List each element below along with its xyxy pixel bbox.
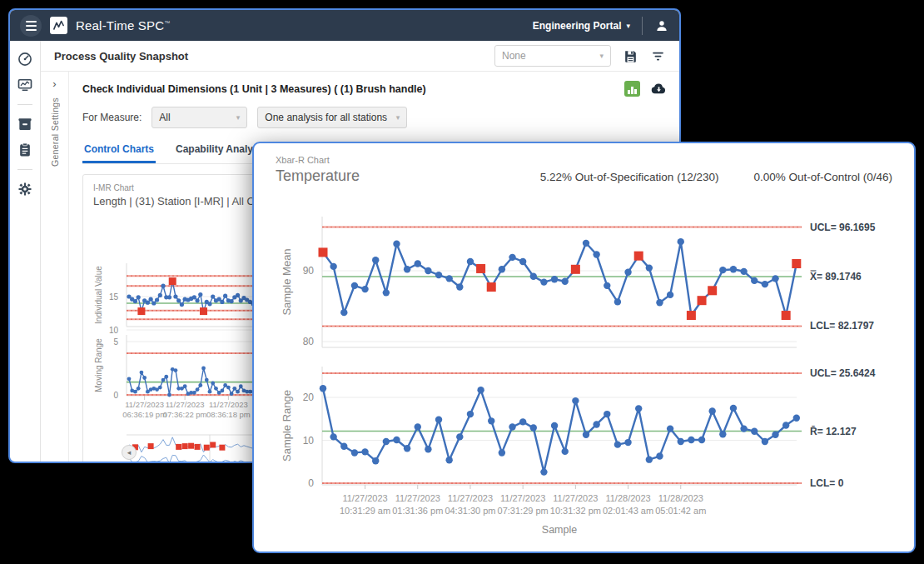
save-icon[interactable] — [623, 48, 638, 64]
sample-point[interactable] — [678, 438, 684, 445]
sample-point[interactable] — [127, 377, 132, 381]
sample-point[interactable] — [207, 302, 211, 306]
sample-point[interactable] — [467, 258, 474, 265]
sample-point[interactable] — [688, 437, 694, 443]
sample-point[interactable] — [236, 390, 240, 394]
sample-point[interactable] — [488, 417, 494, 424]
out-of-spec-point[interactable] — [210, 442, 216, 448]
sample-point[interactable] — [164, 375, 168, 379]
sample-point[interactable] — [593, 421, 599, 427]
sample-point[interactable] — [762, 438, 768, 445]
sample-point[interactable] — [155, 297, 159, 302]
sample-point[interactable] — [214, 387, 218, 391]
out-of-spec-point[interactable] — [137, 307, 145, 315]
out-of-spec-point[interactable] — [188, 443, 194, 449]
filter-icon[interactable] — [650, 48, 666, 64]
sample-point[interactable] — [740, 268, 747, 275]
sample-point[interactable] — [351, 282, 358, 289]
sample-point[interactable] — [445, 275, 452, 282]
cloud-download-icon[interactable] — [650, 80, 668, 97]
sample-point[interactable] — [604, 282, 610, 289]
sample-point[interactable] — [551, 422, 558, 429]
sample-point[interactable] — [133, 390, 137, 394]
sample-point[interactable] — [174, 368, 178, 372]
sample-point[interactable] — [226, 386, 231, 390]
sample-point[interactable] — [198, 383, 202, 387]
sample-point[interactable] — [793, 415, 800, 422]
out-of-spec-point[interactable] — [634, 252, 643, 261]
expand-chevron-icon[interactable]: › — [52, 78, 56, 89]
sample-point[interactable] — [730, 405, 737, 412]
sample-point[interactable] — [751, 427, 758, 434]
out-of-spec-point[interactable] — [319, 247, 328, 257]
sample-point[interactable] — [146, 301, 150, 305]
sample-point[interactable] — [656, 299, 663, 306]
sample-point[interactable] — [519, 258, 526, 265]
sample-point[interactable] — [372, 457, 379, 464]
sample-point[interactable] — [232, 387, 236, 391]
sample-point[interactable] — [614, 298, 621, 305]
sidebar-item-storage[interactable] — [17, 116, 33, 132]
sample-point[interactable] — [211, 294, 215, 298]
sample-point[interactable] — [445, 457, 452, 463]
sample-point[interactable] — [223, 294, 227, 298]
sample-point[interactable] — [161, 378, 166, 382]
sample-point[interactable] — [562, 278, 569, 285]
sample-point[interactable] — [772, 275, 778, 282]
out-of-spec-point[interactable] — [200, 307, 207, 315]
sample-point[interactable] — [667, 425, 673, 432]
sample-point[interactable] — [656, 452, 663, 459]
sample-point[interactable] — [583, 240, 589, 247]
menu-button[interactable] — [20, 15, 42, 37]
sample-point[interactable] — [583, 432, 589, 438]
out-of-spec-point[interactable] — [687, 311, 696, 320]
sidebar-item-reports[interactable] — [17, 142, 33, 158]
sample-point[interactable] — [383, 438, 390, 445]
sample-point[interactable] — [195, 298, 199, 302]
sample-point[interactable] — [230, 392, 234, 396]
user-account-icon[interactable] — [654, 18, 669, 33]
sample-point[interactable] — [719, 431, 726, 437]
sample-point[interactable] — [180, 302, 184, 307]
sample-point[interactable] — [176, 298, 181, 302]
sample-point[interactable] — [192, 295, 196, 299]
sample-point[interactable] — [196, 387, 200, 392]
chart-view-button[interactable] — [624, 81, 640, 97]
tab-control-charts[interactable]: Control Charts — [82, 140, 156, 163]
sample-point[interactable] — [192, 391, 196, 395]
out-of-spec-point[interactable] — [698, 296, 707, 305]
sample-point[interactable] — [415, 423, 421, 430]
sample-point[interactable] — [137, 295, 141, 299]
sample-point[interactable] — [530, 424, 537, 431]
sample-point[interactable] — [208, 390, 212, 394]
sample-point[interactable] — [499, 266, 505, 272]
sample-point[interactable] — [229, 299, 233, 303]
sample-point[interactable] — [393, 241, 400, 247]
sample-point[interactable] — [572, 397, 579, 404]
sample-point[interactable] — [751, 277, 758, 284]
sample-point[interactable] — [161, 284, 165, 288]
sidebar-item-monitoring[interactable] — [17, 77, 33, 93]
sample-point[interactable] — [551, 276, 558, 282]
sample-point[interactable] — [593, 251, 599, 257]
portal-selector[interactable]: Engineering Portal ▾ — [533, 20, 630, 32]
out-of-spec-point[interactable] — [182, 443, 188, 449]
sample-point[interactable] — [519, 418, 526, 425]
sample-point[interactable] — [320, 385, 326, 392]
sample-point[interactable] — [509, 254, 515, 261]
out-of-spec-point[interactable] — [792, 259, 801, 268]
sample-point[interactable] — [456, 433, 463, 440]
out-of-spec-point[interactable] — [204, 445, 210, 451]
navigator-collapse-button[interactable]: ◂ — [122, 445, 137, 460]
sample-point[interactable] — [383, 289, 390, 296]
sample-point[interactable] — [698, 437, 705, 443]
sample-point[interactable] — [772, 432, 778, 438]
sample-point[interactable] — [708, 407, 715, 414]
sample-point[interactable] — [372, 257, 379, 263]
sample-point[interactable] — [425, 446, 431, 452]
sample-point[interactable] — [340, 309, 347, 316]
sample-point[interactable] — [167, 295, 171, 299]
sample-point[interactable] — [435, 417, 442, 423]
sample-point[interactable] — [646, 456, 653, 462]
sample-point[interactable] — [719, 267, 726, 273]
